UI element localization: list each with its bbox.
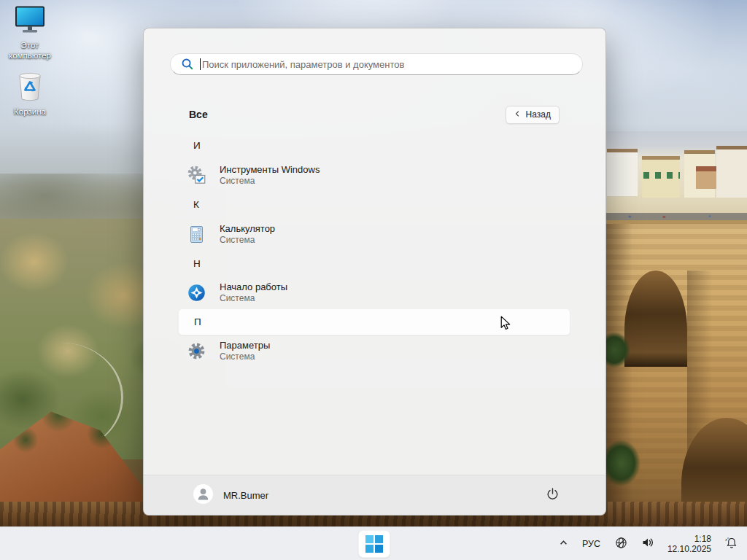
wallpaper-building (607, 149, 638, 196)
speaker-icon (640, 535, 655, 552)
settings-icon (187, 341, 206, 361)
get-started-icon (187, 283, 206, 303)
app-item-calculator[interactable]: Калькулятор Система (178, 219, 570, 249)
start-menu-footer: MR.Bumer (144, 475, 605, 515)
desktop-icon-recycle-bin[interactable]: Корзина (1, 69, 58, 117)
app-name: Калькулятор (220, 223, 275, 235)
all-apps-header: Все Назад (144, 105, 605, 124)
section-header-n[interactable]: Н (178, 254, 570, 273)
app-list: И Инструменты Windows Система (178, 136, 570, 366)
network-button[interactable] (613, 534, 630, 553)
windows-tools-icon (187, 166, 206, 185)
desktop-icon-label: Корзина (1, 107, 58, 117)
recycle-bin-icon (1, 69, 58, 106)
section-letter: Н (193, 258, 201, 269)
desktop-icon-label: Этот компьютер (1, 41, 58, 61)
chevron-left-icon (514, 109, 521, 120)
all-apps-title: Все (189, 109, 208, 120)
desktop-icon-this-pc[interactable]: Этот компьютер (1, 6, 58, 61)
app-name: Инструменты Windows (220, 164, 320, 176)
notification-bell-dnd-icon: z z (724, 535, 738, 552)
volume-button[interactable] (639, 534, 657, 553)
section-letter: П (194, 316, 201, 327)
app-name: Параметры (220, 340, 270, 351)
system-tray: РУС (557, 527, 740, 560)
app-item-windows-tools[interactable]: Инструменты Windows Система (178, 160, 570, 190)
section-header-p[interactable]: П (178, 308, 570, 335)
screen: Этот компьютер Корзина (0, 0, 747, 560)
wallpaper-bridge-arch (624, 271, 687, 367)
app-text: Начало работы Система (220, 281, 287, 304)
power-button[interactable] (542, 483, 563, 507)
app-name: Начало работы (220, 281, 287, 293)
search-box[interactable] (170, 53, 583, 75)
app-category: Система (220, 293, 287, 303)
chevron-up-icon (559, 538, 568, 550)
wallpaper-town (604, 131, 747, 225)
app-text: Калькулятор Система (220, 223, 275, 246)
wallpaper-bush (601, 440, 640, 486)
clock-time: 1:18 (694, 534, 711, 544)
section-letter: И (193, 140, 201, 151)
wallpaper-bridge (604, 220, 747, 516)
clock-date: 12.10.2025 (667, 544, 711, 554)
user-avatar (193, 484, 213, 506)
app-text: Инструменты Windows Система (220, 164, 320, 187)
notification-center-button[interactable]: z z (722, 534, 740, 553)
app-category: Система (220, 235, 275, 245)
section-header-i[interactable]: И (178, 136, 570, 155)
app-category: Система (220, 351, 270, 362)
start-button[interactable] (358, 530, 390, 558)
search-icon (181, 58, 194, 71)
desktop-icons: Этот компьютер Корзина (1, 6, 58, 126)
app-item-get-started[interactable]: Начало работы Система (178, 277, 570, 308)
text-caret (200, 58, 201, 70)
windows-logo-icon (365, 535, 383, 553)
search-input[interactable] (202, 59, 573, 70)
this-pc-icon (1, 6, 58, 39)
wallpaper-street (604, 213, 747, 220)
globe-offline-icon (614, 536, 628, 552)
app-category: Система (220, 176, 320, 186)
app-text: Параметры Система (220, 340, 270, 362)
back-button[interactable]: Назад (506, 106, 560, 124)
svg-text:z: z (727, 537, 729, 540)
user-name: MR.Bumer (223, 490, 268, 501)
app-item-settings[interactable]: Параметры Система (178, 335, 570, 366)
power-icon (545, 486, 560, 504)
calculator-icon (187, 225, 206, 244)
start-menu-panel: Все Назад И (143, 28, 606, 516)
section-header-k[interactable]: К (178, 195, 570, 214)
back-button-label: Назад (526, 109, 551, 120)
taskbar-clock[interactable]: 1:18 12.10.2025 (666, 532, 713, 556)
wallpaper-tower (696, 166, 716, 189)
language-indicator[interactable]: РУС (579, 537, 603, 551)
taskbar: РУС (0, 526, 747, 560)
wallpaper-building (716, 146, 747, 198)
section-letter: К (193, 199, 199, 210)
wallpaper-awnings (643, 172, 680, 179)
user-button[interactable]: MR.Bumer (189, 481, 273, 509)
tray-overflow-button[interactable] (557, 537, 570, 551)
